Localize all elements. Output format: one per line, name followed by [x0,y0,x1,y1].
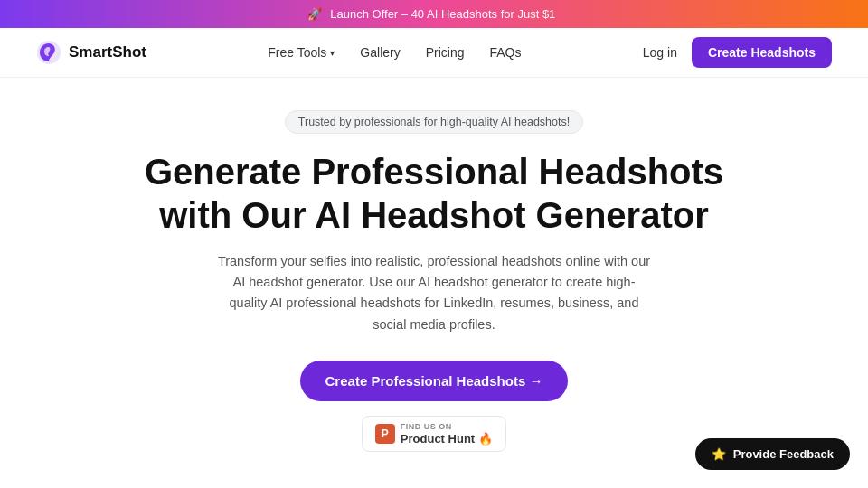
hero-cta-button[interactable]: Create Professional Headshots → [300,361,569,401]
nav-free-tools[interactable]: Free Tools ▾ [268,45,335,60]
product-hunt-text: FIND US ON Product Hunt 🔥 [401,422,493,446]
nav-links: Free Tools ▾ Gallery Pricing FAQs [268,45,521,60]
logo-text: SmartShot [69,43,146,61]
nav-pricing[interactable]: Pricing [426,45,465,60]
login-button[interactable]: Log in [643,45,677,60]
chevron-down-icon: ▾ [330,48,335,58]
nav-actions: Log in Create Headshots [643,37,832,68]
hero-section: Trusted by professionals for high-qualit… [0,78,868,470]
hero-description: Transform your selfies into realistic, p… [217,251,651,335]
hero-heading: Generate Professional Headshots with Our… [127,150,741,237]
create-headshots-button[interactable]: Create Headshots [692,37,832,68]
navbar: SmartShot Free Tools ▾ Gallery Pricing F… [0,28,868,78]
feedback-button[interactable]: ⭐ Provide Feedback [695,438,850,470]
star-icon: ⭐ [712,447,726,461]
product-hunt-icon: P [375,424,395,444]
nav-gallery[interactable]: Gallery [360,45,400,60]
logo-icon [36,40,61,65]
product-hunt-badge[interactable]: P FIND US ON Product Hunt 🔥 [362,416,506,452]
logo[interactable]: SmartShot [36,40,146,65]
nav-faqs[interactable]: FAQs [490,45,522,60]
feedback-label: Provide Feedback [733,447,834,461]
promo-banner[interactable]: 🚀 Launch Offer – 40 AI Headshots for Jus… [0,0,868,28]
banner-text: Launch Offer – 40 AI Headshots for Just … [330,7,555,21]
banner-icon: 🚀 [307,7,322,21]
trusted-badge: Trusted by professionals for high-qualit… [285,110,583,134]
